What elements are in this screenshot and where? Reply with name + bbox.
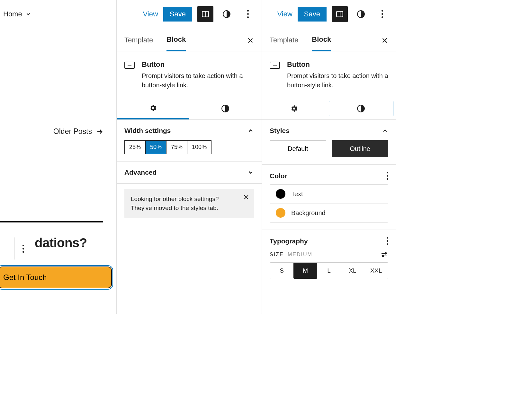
- breadcrumb-home[interactable]: Home: [0, 0, 31, 28]
- older-posts-label: Older Posts: [53, 127, 92, 136]
- cta-button-label: Get In Touch: [3, 273, 47, 282]
- breadcrumb-label: Home: [3, 10, 22, 18]
- size-label: SIZE: [270, 252, 284, 257]
- size-xxl[interactable]: XXL: [364, 263, 388, 279]
- color-section-more-button[interactable]: [387, 172, 388, 180]
- styles-section-toggle[interactable]: Styles: [270, 127, 388, 135]
- dots-vertical-icon: [387, 237, 388, 245]
- view-link[interactable]: View: [143, 10, 158, 18]
- width-100[interactable]: 100%: [187, 141, 211, 154]
- settings-subtab[interactable]: [117, 98, 189, 119]
- block-name: Button: [142, 60, 254, 69]
- settings-moved-notice: Looking for other block settings? They'v…: [124, 189, 254, 218]
- typography-section-more-button[interactable]: [387, 237, 388, 245]
- block-toolbar[interactable]: [0, 237, 32, 260]
- style-outline-button[interactable]: Outline: [332, 140, 389, 157]
- half-circle-icon: [357, 10, 365, 18]
- width-options: 25% 50% 75% 100%: [124, 140, 211, 154]
- advanced-title: Advanced: [124, 169, 157, 176]
- close-icon: [381, 37, 388, 44]
- size-m[interactable]: M: [293, 263, 317, 279]
- text-color-swatch: [276, 189, 285, 199]
- chevron-down-icon: [247, 169, 254, 176]
- gear-icon: [290, 104, 298, 113]
- typography-section-title: Typography: [270, 237, 308, 245]
- button-block-icon: [270, 62, 280, 69]
- color-text-row[interactable]: Text: [270, 185, 388, 203]
- chevron-up-icon: [382, 127, 388, 134]
- styles-subtab[interactable]: [189, 98, 262, 119]
- size-xl[interactable]: XL: [341, 263, 364, 279]
- dots-vertical-icon: [382, 10, 383, 18]
- view-link[interactable]: View: [277, 10, 292, 18]
- more-options-button[interactable]: [15, 237, 32, 260]
- button-block-icon: [124, 62, 135, 69]
- chevron-down-icon: [25, 11, 31, 17]
- save-button[interactable]: Save: [163, 7, 192, 22]
- half-circle-icon: [357, 104, 365, 113]
- tab-block[interactable]: Block: [312, 35, 331, 51]
- sidebar-icon: [201, 10, 210, 18]
- styles-section-title: Styles: [270, 127, 290, 135]
- width-25[interactable]: 25%: [125, 141, 146, 154]
- separator: [0, 223, 103, 223]
- size-l[interactable]: L: [317, 263, 341, 279]
- more-menu-button[interactable]: [374, 6, 390, 22]
- cta-button[interactable]: Get In Touch: [0, 267, 112, 288]
- editor-canvas[interactable]: Older Posts dations? Get In Touch: [0, 28, 116, 314]
- half-circle-icon: [222, 10, 231, 18]
- svg-point-9: [385, 253, 387, 254]
- width-50[interactable]: 50%: [146, 141, 166, 154]
- size-s[interactable]: S: [270, 263, 293, 279]
- older-posts-link[interactable]: Older Posts: [53, 127, 103, 136]
- style-default-button[interactable]: Default: [270, 140, 326, 157]
- size-value: MEDIUM: [288, 252, 312, 257]
- block-description: Prompt visitors to take action with a bu…: [142, 71, 254, 90]
- width-75[interactable]: 75%: [166, 141, 187, 154]
- color-section-title: Color: [270, 172, 287, 180]
- block-name: Button: [287, 60, 388, 69]
- sliders-icon: [381, 251, 388, 258]
- svg-point-11: [382, 255, 384, 257]
- styles-subtab[interactable]: [329, 101, 394, 116]
- sidebar-icon: [336, 10, 344, 18]
- heading-text-fragment[interactable]: dations?: [35, 236, 87, 250]
- color-text-label: Text: [291, 190, 303, 198]
- advanced-toggle[interactable]: Advanced: [124, 169, 254, 176]
- tab-template[interactable]: Template: [124, 36, 153, 51]
- block-description: Prompt visitors to take action with a bu…: [287, 71, 388, 90]
- appearance-toggle-button[interactable]: [353, 6, 369, 22]
- gear-icon: [149, 104, 157, 112]
- color-background-label: Background: [291, 209, 326, 217]
- dots-vertical-icon: [247, 10, 249, 18]
- toggle-sidebar-button[interactable]: [197, 6, 213, 22]
- size-custom-toggle[interactable]: [381, 251, 388, 258]
- half-circle-icon: [221, 104, 229, 113]
- width-settings-toggle[interactable]: Width settings: [124, 127, 254, 135]
- dots-vertical-icon: [22, 245, 24, 253]
- appearance-toggle-button[interactable]: [219, 6, 235, 22]
- tab-block[interactable]: Block: [166, 35, 186, 51]
- close-icon: [243, 194, 249, 200]
- arrow-right-icon: [96, 128, 103, 136]
- dots-vertical-icon: [387, 172, 388, 180]
- close-inspector-button[interactable]: [381, 37, 388, 50]
- dismiss-notice-button[interactable]: [243, 194, 249, 200]
- notice-text: Looking for other block settings? They'v…: [131, 196, 219, 211]
- toggle-sidebar-button[interactable]: [332, 6, 348, 22]
- width-settings-title: Width settings: [124, 127, 171, 135]
- background-color-swatch: [276, 208, 285, 218]
- font-size-options: S M L XL XXL: [270, 262, 388, 279]
- close-inspector-button[interactable]: [247, 37, 254, 50]
- chevron-up-icon: [247, 127, 254, 134]
- settings-subtab[interactable]: [262, 98, 326, 119]
- save-button[interactable]: Save: [298, 7, 327, 22]
- toolbar-cell[interactable]: [0, 237, 15, 260]
- tab-template[interactable]: Template: [270, 36, 298, 51]
- close-icon: [247, 37, 254, 44]
- more-menu-button[interactable]: [240, 6, 256, 22]
- color-background-row[interactable]: Background: [270, 203, 388, 222]
- separator: [0, 221, 103, 222]
